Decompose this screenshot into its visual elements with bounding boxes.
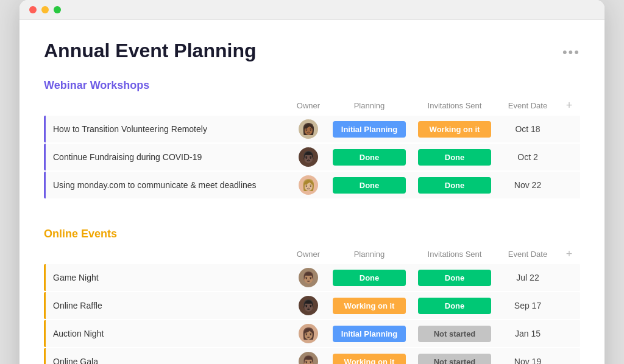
app-header: Annual Event Planning ••• [44, 40, 580, 62]
col-header-invitations: Invitations Sent [412, 101, 497, 110]
planning-badge: Working on it [333, 298, 406, 314]
task-name: Online Gala [46, 351, 290, 364]
col-header-date: Event Date [497, 250, 558, 259]
event-date: Jul 22 [497, 273, 558, 282]
column-headers: OwnerPlanningInvitations SentEvent Date+ [44, 97, 580, 114]
event-date: Oct 18 [497, 124, 558, 134]
planning-cell[interactable]: Initial Planning [327, 323, 412, 345]
table-row: Online Raffle👨🏿Working on itDoneSep 17 [44, 292, 580, 319]
task-name: Game Night [46, 267, 290, 289]
invitations-badge: Not started [418, 326, 491, 342]
planning-badge: Initial Planning [333, 326, 406, 342]
planning-cell[interactable]: Working on it [327, 295, 412, 317]
owner-cell: 👨🏿 [290, 296, 327, 315]
invitations-cell[interactable]: Done [412, 175, 497, 196]
planning-cell[interactable]: Done [327, 147, 412, 168]
col-header-add[interactable]: + [558, 99, 580, 112]
event-date: Nov 22 [497, 180, 558, 190]
invitations-cell[interactable]: Not started [412, 323, 497, 345]
col-header-planning: Planning [327, 250, 412, 259]
planning-cell[interactable]: Initial Planning [327, 119, 412, 140]
avatar: 👨🏿 [299, 147, 318, 167]
section-title-webinar: Webinar Workshops [44, 79, 149, 92]
table-row: Game Night👨🏽DoneDoneJul 22 [44, 264, 580, 291]
planning-cell[interactable]: Done [327, 267, 412, 289]
section-title-online: Online Events [44, 228, 117, 240]
task-name: Auction Night [46, 323, 290, 345]
avatar: 👩🏼 [299, 175, 318, 195]
planning-badge: Done [333, 177, 406, 194]
page-title: Annual Event Planning [44, 40, 256, 62]
table-row: Continue Fundraising during COVID-19👨🏿Do… [44, 144, 580, 170]
invitations-cell[interactable]: Working on it [412, 119, 497, 140]
event-date: Oct 2 [497, 152, 558, 162]
owner-cell: 👨🏿 [290, 147, 327, 167]
col-header-invitations: Invitations Sent [412, 250, 497, 259]
event-date: Jan 15 [497, 329, 558, 338]
close-dot[interactable] [29, 6, 37, 13]
browser-window: Annual Event Planning ••• Webinar Worksh… [20, 0, 604, 364]
browser-titlebar [20, 0, 604, 20]
invitations-cell[interactable]: Done [412, 295, 497, 317]
app-content: Annual Event Planning ••• Webinar Worksh… [20, 20, 604, 364]
col-header-planning: Planning [327, 101, 412, 110]
section-online: Online EventsOwnerPlanningInvitations Se… [44, 228, 580, 364]
owner-cell: 👩🏼 [290, 175, 327, 195]
table-row: Online Gala👨🏽Working on itNot startedNov… [44, 348, 580, 364]
invitations-cell[interactable]: Not started [412, 351, 497, 365]
invitations-badge: Done [418, 177, 491, 194]
col-header-owner: Owner [290, 101, 327, 110]
section-webinar: Webinar WorkshopsOwnerPlanningInvitation… [44, 79, 580, 198]
invitations-cell[interactable]: Done [412, 267, 497, 289]
owner-cell: 👩🏽 [290, 324, 327, 343]
avatar: 👩🏽 [299, 324, 318, 343]
owner-cell: 👨🏽 [290, 352, 327, 364]
avatar: 👨🏿 [299, 296, 318, 315]
invitations-badge: Done [418, 149, 491, 166]
avatar: 👨🏽 [299, 268, 318, 287]
task-name: Continue Fundraising during COVID-19 [46, 146, 290, 168]
more-options-button[interactable]: ••• [562, 44, 580, 60]
invitations-badge: Not started [418, 354, 491, 365]
invitations-badge: Done [418, 298, 491, 314]
planning-cell[interactable]: Working on it [327, 351, 412, 365]
task-name: Using monday.com to communicate & meet d… [46, 174, 290, 196]
task-name: How to Transition Volunteering Remotely [46, 118, 290, 140]
avatar: 👩🏾 [299, 119, 318, 139]
owner-cell: 👨🏽 [290, 268, 327, 287]
table-row: Using monday.com to communicate & meet d… [44, 172, 580, 198]
planning-badge: Working on it [333, 354, 406, 365]
planning-badge: Initial Planning [333, 121, 406, 138]
col-header-add[interactable]: + [558, 248, 580, 261]
owner-cell: 👩🏾 [290, 119, 327, 139]
planning-badge: Done [333, 270, 406, 286]
task-name: Online Raffle [46, 295, 290, 317]
planning-badge: Done [333, 149, 406, 166]
invitations-cell[interactable]: Done [412, 147, 497, 168]
maximize-dot[interactable] [54, 6, 61, 13]
avatar: 👨🏽 [299, 352, 318, 364]
minimize-dot[interactable] [41, 6, 49, 13]
planning-cell[interactable]: Done [327, 175, 412, 196]
event-date: Sep 17 [497, 301, 558, 310]
col-header-owner: Owner [290, 250, 327, 259]
event-date: Nov 19 [497, 357, 558, 364]
col-header-date: Event Date [497, 101, 558, 110]
table-row: Auction Night👩🏽Initial PlanningNot start… [44, 320, 580, 347]
invitations-badge: Working on it [418, 121, 491, 138]
invitations-badge: Done [418, 270, 491, 286]
table-row: How to Transition Volunteering Remotely👩… [44, 116, 580, 142]
column-headers: OwnerPlanningInvitations SentEvent Date+ [44, 245, 580, 263]
